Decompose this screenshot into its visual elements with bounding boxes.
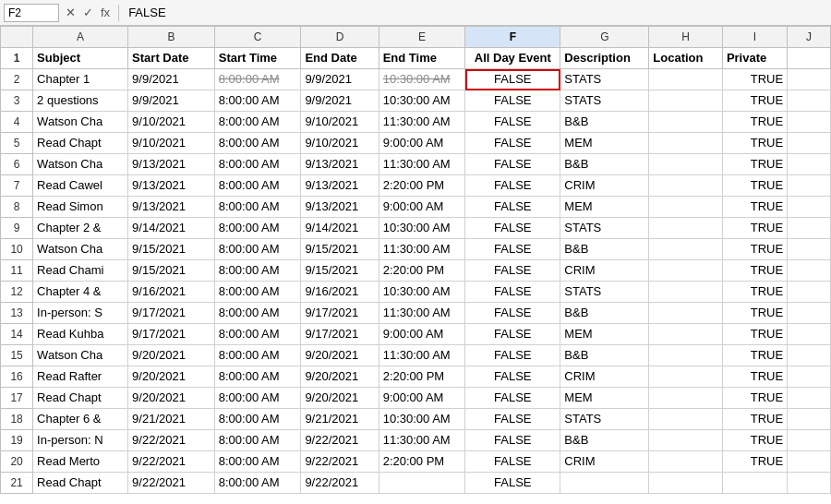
cell-d16[interactable]: 9/20/2021 [301, 366, 379, 388]
cell-g4[interactable]: B&B [560, 112, 649, 133]
cell-h9[interactable] [649, 218, 723, 239]
cell-e1[interactable]: End Time [379, 48, 465, 69]
cell-g1[interactable]: Description [560, 48, 649, 69]
cell-a14[interactable]: Read Kuhba [33, 324, 128, 345]
formula-input[interactable] [125, 4, 827, 22]
cell-e16[interactable]: 2:20:00 PM [379, 366, 465, 388]
cell-d5[interactable]: 9/10/2021 [301, 133, 379, 154]
cell-c5[interactable]: 8:00:00 AM [214, 133, 301, 154]
cell-c12[interactable]: 8:00:00 AM [214, 282, 301, 303]
cell-c17[interactable]: 8:00:00 AM [214, 388, 301, 409]
cell-reference-box[interactable] [4, 4, 59, 22]
cell-h3[interactable] [649, 90, 723, 112]
cell-a12[interactable]: Chapter 4 & [33, 282, 128, 303]
cell-j1[interactable] [788, 48, 831, 69]
cell-i3[interactable]: TRUE [722, 90, 787, 112]
cell-c3[interactable]: 8:00:00 AM [214, 90, 301, 112]
cell-h19[interactable] [649, 430, 723, 451]
col-header-i[interactable]: I [722, 27, 787, 48]
cell-e13[interactable]: 11:30:00 AM [379, 303, 465, 324]
cell-d14[interactable]: 9/17/2021 [301, 324, 379, 345]
cell-g11[interactable]: CRIM [560, 260, 649, 282]
cell-f18[interactable]: FALSE [465, 409, 560, 430]
cell-f6[interactable]: FALSE [465, 154, 560, 175]
cell-c6[interactable]: 8:00:00 AM [214, 154, 301, 175]
cell-c14[interactable]: 8:00:00 AM [214, 324, 301, 345]
cell-e15[interactable]: 11:30:00 AM [379, 345, 465, 366]
cell-h17[interactable] [649, 388, 723, 409]
cell-d15[interactable]: 9/20/2021 [301, 345, 379, 366]
cell-d18[interactable]: 9/21/2021 [301, 409, 379, 430]
cell-e21[interactable] [379, 473, 465, 494]
cell-a21[interactable]: Read Chapt [33, 473, 128, 494]
cell-e3[interactable]: 10:30:00 AM [379, 90, 465, 112]
cell-e10[interactable]: 11:30:00 AM [379, 239, 465, 260]
cell-i10[interactable]: TRUE [722, 239, 787, 260]
cell-e18[interactable]: 10:30:00 AM [379, 409, 465, 430]
cell-g7[interactable]: CRIM [560, 175, 649, 197]
cell-d4[interactable]: 9/10/2021 [301, 112, 379, 133]
col-header-a[interactable]: A [33, 27, 128, 48]
cell-i1[interactable]: Private [722, 48, 787, 69]
cell-e6[interactable]: 11:30:00 AM [379, 154, 465, 175]
cell-c18[interactable]: 8:00:00 AM [214, 409, 301, 430]
cancel-icon[interactable]: ✕ [63, 6, 78, 19]
cell-f1[interactable]: All Day Event [465, 48, 560, 69]
cell-a10[interactable]: Watson Cha [33, 239, 128, 260]
cell-e17[interactable]: 9:00:00 AM [379, 388, 465, 409]
cell-f14[interactable]: FALSE [465, 324, 560, 345]
cell-f8[interactable]: FALSE [465, 197, 560, 218]
cell-c4[interactable]: 8:00:00 AM [214, 112, 301, 133]
cell-f4[interactable]: FALSE [465, 112, 560, 133]
cell-d6[interactable]: 9/13/2021 [301, 154, 379, 175]
cell-i11[interactable]: TRUE [722, 260, 787, 282]
cell-g15[interactable]: B&B [560, 345, 649, 366]
cell-f7[interactable]: FALSE [465, 175, 560, 197]
cell-d9[interactable]: 9/14/2021 [301, 218, 379, 239]
cell-g20[interactable]: CRIM [560, 451, 649, 473]
fx-icon[interactable]: fx [98, 6, 113, 19]
cell-b3[interactable]: 9/9/2021 [128, 90, 215, 112]
cell-f13[interactable]: FALSE [465, 303, 560, 324]
cell-g5[interactable]: MEM [560, 133, 649, 154]
cell-c13[interactable]: 8:00:00 AM [214, 303, 301, 324]
cell-a18[interactable]: Chapter 6 & [33, 409, 128, 430]
cell-g12[interactable]: STATS [560, 282, 649, 303]
cell-f21[interactable]: FALSE [465, 473, 560, 494]
cell-i9[interactable]: TRUE [722, 218, 787, 239]
cell-f2[interactable]: FALSE [465, 69, 560, 90]
cell-a20[interactable]: Read Merto [33, 451, 128, 473]
cell-f16[interactable]: FALSE [465, 366, 560, 388]
cell-a17[interactable]: Read Chapt [33, 388, 128, 409]
cell-d17[interactable]: 9/20/2021 [301, 388, 379, 409]
col-header-e[interactable]: E [379, 27, 465, 48]
cell-i15[interactable]: TRUE [722, 345, 787, 366]
cell-f17[interactable]: FALSE [465, 388, 560, 409]
cell-h12[interactable] [649, 282, 723, 303]
col-header-c[interactable]: C [214, 27, 301, 48]
cell-e9[interactable]: 10:30:00 AM [379, 218, 465, 239]
cell-a6[interactable]: Watson Cha [33, 154, 128, 175]
cell-h8[interactable] [649, 197, 723, 218]
cell-h16[interactable] [649, 366, 723, 388]
cell-c2[interactable]: 8:00:00 AM [214, 69, 301, 90]
col-header-b[interactable]: B [128, 27, 215, 48]
cell-i18[interactable]: TRUE [722, 409, 787, 430]
cell-e5[interactable]: 9:00:00 AM [379, 133, 465, 154]
cell-h5[interactable] [649, 133, 723, 154]
cell-d7[interactable]: 9/13/2021 [301, 175, 379, 197]
cell-i13[interactable]: TRUE [722, 303, 787, 324]
col-header-f[interactable]: F [465, 27, 560, 48]
cell-a3[interactable]: 2 questions [33, 90, 128, 112]
cell-f19[interactable]: FALSE [465, 430, 560, 451]
cell-e2[interactable]: 10:30:00 AM [379, 69, 465, 90]
cell-d19[interactable]: 9/22/2021 [301, 430, 379, 451]
cell-h2[interactable] [649, 69, 723, 90]
cell-b21[interactable]: 9/22/2021 [128, 473, 215, 494]
cell-d8[interactable]: 9/13/2021 [301, 197, 379, 218]
cell-a7[interactable]: Read Cawel [33, 175, 128, 197]
col-header-h[interactable]: H [649, 27, 723, 48]
cell-i7[interactable]: TRUE [722, 175, 787, 197]
cell-c10[interactable]: 8:00:00 AM [214, 239, 301, 260]
cell-b14[interactable]: 9/17/2021 [128, 324, 215, 345]
